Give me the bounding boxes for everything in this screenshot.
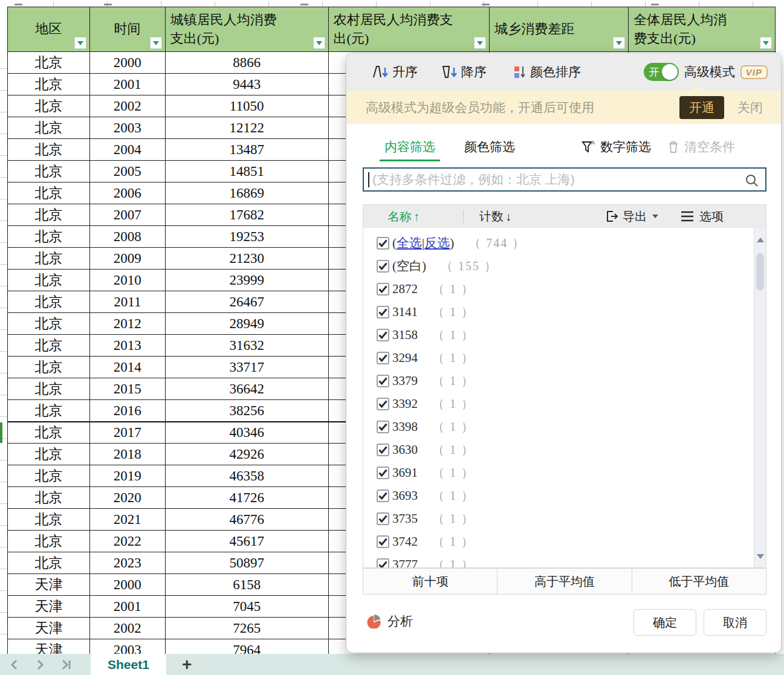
- filter-list-item[interactable]: 3777（ 1 ）: [363, 553, 754, 568]
- cell-urban[interactable]: 9443: [166, 74, 329, 95]
- filter-list-item[interactable]: 3379（ 1 ）: [363, 369, 754, 392]
- filter-list-item[interactable]: 3630（ 1 ）: [363, 438, 754, 461]
- checkbox[interactable]: [377, 444, 389, 456]
- cell-urban[interactable]: 23999: [166, 270, 329, 291]
- checkbox[interactable]: [377, 558, 389, 569]
- cell-urban[interactable]: 16869: [166, 182, 329, 204]
- cell-urban[interactable]: 11050: [166, 95, 329, 117]
- scrollbar-thumb[interactable]: [756, 253, 764, 291]
- cell-urban[interactable]: 31632: [166, 335, 329, 357]
- filter-list-item[interactable]: 3742（ 1 ）: [363, 530, 754, 553]
- cell-region[interactable]: 北京: [8, 248, 90, 270]
- cell-region[interactable]: 北京: [8, 52, 90, 74]
- filter-list-item[interactable]: 2872（ 1 ）: [363, 277, 754, 300]
- cell-region[interactable]: 北京: [8, 531, 90, 552]
- cell-year[interactable]: 2000: [90, 52, 166, 74]
- cell-urban[interactable]: 7045: [166, 596, 329, 618]
- checkbox[interactable]: [377, 352, 389, 364]
- filter-search-input[interactable]: [364, 169, 765, 190]
- checkbox[interactable]: [377, 237, 389, 250]
- cell-urban[interactable]: 36642: [166, 378, 329, 400]
- cell-urban[interactable]: 13487: [166, 139, 329, 161]
- cell-region[interactable]: 北京: [8, 400, 90, 422]
- cell-year[interactable]: 2007: [90, 204, 166, 226]
- activate-vip-button[interactable]: 开通: [679, 96, 724, 119]
- cell-urban[interactable]: 42926: [166, 444, 329, 465]
- header-cell-year[interactable]: 时间: [90, 7, 166, 52]
- cell-year[interactable]: 2001: [90, 74, 166, 95]
- cell-region[interactable]: 北京: [8, 139, 90, 161]
- filter-list-item[interactable]: 3141（ 1 ）: [363, 300, 754, 323]
- cell-urban[interactable]: 8866: [166, 52, 329, 74]
- cell-year[interactable]: 2012: [90, 313, 166, 335]
- scroll-up-icon[interactable]: [757, 237, 764, 242]
- cell-year[interactable]: 2003: [90, 117, 166, 139]
- cell-region[interactable]: 北京: [8, 422, 90, 444]
- cell-year[interactable]: 2016: [90, 400, 166, 422]
- cell-year[interactable]: 2009: [90, 248, 166, 270]
- cell-urban[interactable]: 38256: [166, 400, 329, 422]
- cell-urban[interactable]: 46776: [166, 509, 329, 531]
- filter-dropdown-button[interactable]: [613, 37, 625, 49]
- cell-year[interactable]: 2002: [90, 95, 166, 117]
- list-scrollbar[interactable]: [754, 228, 766, 567]
- checkbox[interactable]: [377, 329, 389, 341]
- header-cell-total[interactable]: 全体居民人均消 费支出(元): [629, 7, 776, 52]
- filter-dropdown-button[interactable]: [474, 37, 486, 49]
- scroll-down-icon[interactable]: [757, 554, 764, 559]
- checkbox[interactable]: [377, 375, 389, 387]
- above-average-button[interactable]: 高于平均值: [497, 569, 632, 594]
- prev-sheet-icon[interactable]: [10, 659, 19, 670]
- cell-year[interactable]: 2006: [90, 182, 166, 204]
- cell-region[interactable]: 北京: [8, 552, 90, 574]
- add-sheet-button[interactable]: +: [182, 656, 192, 673]
- tab-number-filter[interactable]: A 数字筛选: [582, 138, 651, 155]
- cell-year[interactable]: 2019: [90, 465, 166, 487]
- cell-region[interactable]: 天津: [8, 596, 90, 618]
- cell-year[interactable]: 2001: [90, 596, 166, 618]
- cell-year[interactable]: 2014: [90, 357, 166, 378]
- filter-list-item[interactable]: 3392（ 1 ）: [363, 392, 754, 415]
- cell-region[interactable]: 天津: [8, 639, 90, 654]
- filter-list-item[interactable]: 3158（ 1 ）: [363, 323, 754, 346]
- cell-year[interactable]: 2002: [90, 618, 166, 639]
- filter-list-item[interactable]: 3693（ 1 ）: [363, 484, 754, 507]
- cell-region[interactable]: 北京: [8, 357, 90, 378]
- cell-region[interactable]: 北京: [8, 270, 90, 291]
- close-banner-button[interactable]: 关闭: [737, 99, 763, 116]
- cell-region[interactable]: 天津: [8, 618, 90, 639]
- header-cell-region[interactable]: 地区: [8, 7, 90, 52]
- cell-region[interactable]: 北京: [8, 487, 90, 509]
- header-cell-urban[interactable]: 城镇居民人均消费 支出(元): [166, 7, 329, 52]
- tab-color-filter[interactable]: 颜色筛选: [464, 138, 515, 155]
- cell-year[interactable]: 2022: [90, 531, 166, 552]
- checkbox[interactable]: [377, 535, 389, 548]
- filter-list-item[interactable]: 3735（ 1 ）: [363, 507, 754, 530]
- filter-dropdown-button[interactable]: [760, 37, 772, 49]
- checkbox[interactable]: [377, 398, 389, 410]
- header-cell-gap[interactable]: 城乡消费差距: [490, 7, 629, 52]
- cell-region[interactable]: 北京: [8, 291, 90, 313]
- filter-dropdown-button[interactable]: [313, 37, 325, 49]
- cell-region[interactable]: 天津: [8, 574, 90, 596]
- cell-year[interactable]: 2000: [90, 574, 166, 596]
- cell-urban[interactable]: 45617: [166, 531, 329, 552]
- clear-conditions-button[interactable]: 清空条件: [667, 138, 735, 155]
- checkbox[interactable]: [377, 489, 389, 502]
- cell-year[interactable]: 2023: [90, 552, 166, 574]
- cell-urban[interactable]: 19253: [166, 226, 329, 248]
- advanced-mode-toggle[interactable]: 开: [644, 63, 679, 81]
- invert-select-link[interactable]: 反选: [424, 236, 450, 250]
- cell-region[interactable]: 北京: [8, 74, 90, 95]
- checkbox[interactable]: [377, 306, 389, 318]
- cell-urban[interactable]: 40346: [166, 422, 329, 444]
- cell-year[interactable]: 2021: [90, 509, 166, 531]
- options-button[interactable]: 选项: [680, 208, 724, 225]
- cell-urban[interactable]: 7265: [166, 618, 329, 639]
- checkbox[interactable]: [377, 421, 389, 433]
- cell-urban[interactable]: 41726: [166, 487, 329, 509]
- cell-year[interactable]: 2011: [90, 291, 166, 313]
- cell-urban[interactable]: 50897: [166, 552, 329, 574]
- cell-region[interactable]: 北京: [8, 226, 90, 248]
- filter-dropdown-button[interactable]: [74, 37, 86, 49]
